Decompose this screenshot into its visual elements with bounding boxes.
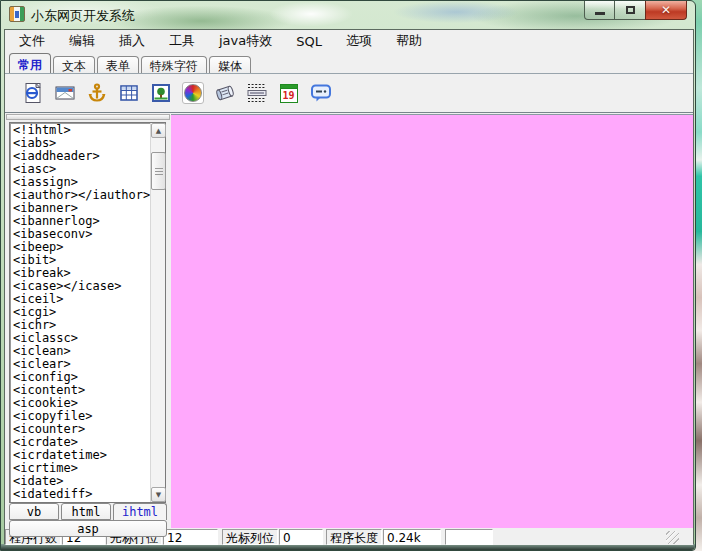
maximize-icon (626, 6, 635, 14)
tab-html[interactable]: html (61, 503, 111, 520)
menu-options[interactable]: 选项 (334, 30, 384, 52)
image-icon (150, 82, 172, 104)
hyperlink-document-icon (22, 82, 44, 104)
menu-file[interactable]: 文件 (7, 30, 57, 52)
resize-grip-icon[interactable] (666, 531, 679, 544)
table-button[interactable] (115, 79, 142, 107)
email-button[interactable] (51, 79, 78, 107)
calendar-icon: 19 (280, 84, 298, 103)
calendar-button[interactable]: 19 (275, 79, 302, 107)
list-item[interactable]: <idatediff> (13, 488, 165, 501)
flash-animation-icon (182, 82, 204, 104)
minimize-button[interactable] (584, 1, 615, 20)
menu-help[interactable]: 帮助 (384, 30, 434, 52)
tab-vb[interactable]: vb (9, 503, 59, 520)
menu-sql[interactable]: SQL (284, 32, 334, 51)
arrow-up-icon: ▲ (156, 127, 161, 135)
titlebar[interactable]: 小东网页开发系统 ✕ (1, 1, 695, 29)
tab-common[interactable]: 常用 (9, 53, 51, 73)
status-label-cursor-col: 光标列位 (222, 529, 278, 545)
panel-splitter[interactable] (6, 114, 170, 120)
scroll-up-button[interactable]: ▲ (151, 123, 166, 138)
app-window: 小东网页开发系统 ✕ 文件 编辑 插入 工具 java特效 SQL 选项 帮助 … (0, 0, 696, 551)
email-icon (54, 82, 76, 104)
menu-insert[interactable]: 插入 (107, 30, 157, 52)
image-button[interactable] (147, 79, 174, 107)
table-icon (118, 82, 140, 104)
menu-edit[interactable]: 编辑 (57, 30, 107, 52)
scroll-down-button[interactable]: ▼ (151, 487, 166, 502)
script-button[interactable] (211, 79, 238, 107)
language-tabbar: vb html ihtml asp (9, 503, 167, 537)
status-value-program-length: 0.24k (383, 529, 441, 545)
anchor-icon (86, 82, 108, 104)
comment-bubble-icon (310, 82, 332, 104)
scrollbar-thumb[interactable] (151, 152, 166, 190)
tab-asp[interactable]: asp (9, 520, 167, 537)
close-icon: ✕ (661, 3, 671, 17)
window-content: 文件 编辑 插入 工具 java特效 SQL 选项 帮助 常用 文本 表单 特殊… (4, 29, 694, 546)
close-button[interactable]: ✕ (645, 1, 687, 20)
menubar: 文件 编辑 插入 工具 java特效 SQL 选项 帮助 (5, 30, 693, 52)
tab-ihtml[interactable]: ihtml (113, 503, 167, 520)
menu-java-effects[interactable]: java特效 (207, 30, 284, 52)
tag-list: <!ihtml> <iabs> <iaddheader> <iasc> <ias… (9, 122, 166, 503)
flash-animation-button[interactable] (179, 79, 206, 107)
status-value-cursor-col: 0 (279, 529, 323, 545)
minimize-icon (595, 12, 605, 15)
list-scrollbar[interactable]: ▲ ▼ (150, 123, 165, 502)
app-icon (9, 6, 25, 22)
horizontal-rule-icon (246, 82, 268, 104)
tab-special-chars[interactable]: 特殊字符 (141, 56, 207, 73)
tab-text[interactable]: 文本 (53, 56, 95, 73)
comment-button[interactable] (307, 79, 334, 107)
status-value-cursor-row: 12 (163, 529, 218, 545)
tab-form[interactable]: 表单 (97, 56, 139, 73)
category-tabbar: 常用 文本 表单 特殊字符 媒体 (5, 52, 693, 73)
hyperlink-button[interactable] (19, 79, 46, 107)
editor-area[interactable] (171, 114, 694, 528)
status-label-program-length: 程序长度 (326, 529, 382, 545)
horizontal-rule-button[interactable] (243, 79, 270, 107)
anchor-button[interactable] (83, 79, 110, 107)
maximize-button[interactable] (615, 1, 645, 20)
script-scroll-icon (214, 82, 236, 104)
status-empty-segment (445, 529, 493, 545)
window-title: 小东网页开发系统 (31, 7, 135, 25)
menu-tools[interactable]: 工具 (157, 30, 207, 52)
arrow-down-icon: ▼ (156, 491, 161, 499)
toolbar: 19 (5, 73, 693, 113)
tab-media[interactable]: 媒体 (209, 56, 251, 73)
